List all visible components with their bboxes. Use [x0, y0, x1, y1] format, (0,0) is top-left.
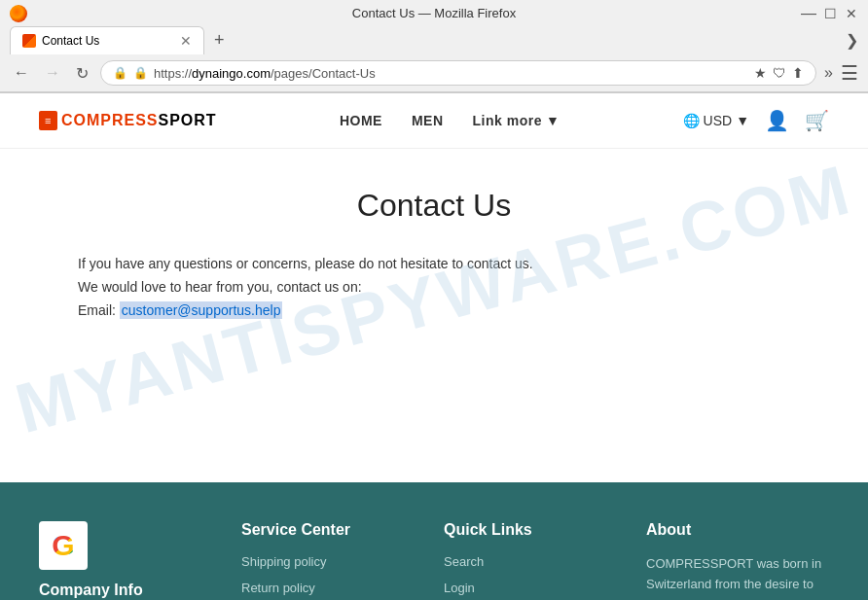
- close-button[interactable]: ✕: [845, 7, 858, 20]
- email-label: Email:: [78, 302, 116, 318]
- firefox-icon: [10, 5, 27, 22]
- currency-label: USD: [704, 113, 733, 128]
- header-actions: 🌐 USD ▼ 👤 🛒: [683, 109, 829, 132]
- url-path: /pages/Contact-Us: [271, 66, 376, 81]
- contact-body: If you have any questions or concerns, p…: [78, 253, 790, 322]
- shield-button[interactable]: 🛡: [773, 65, 786, 81]
- tabs-bar: Contact Us ✕ + ❯: [0, 26, 868, 54]
- logo-icon: ≡: [39, 111, 57, 130]
- chevron-down-icon: ▼: [546, 113, 560, 128]
- maximize-button[interactable]: ☐: [823, 7, 837, 20]
- main-content: Contact Us If you have any questions or …: [0, 149, 868, 361]
- logo-rest: SPORT: [159, 112, 217, 128]
- logo-highlight: COMPRESS: [61, 112, 159, 128]
- contact-email-line: Email: customer@supportus.help: [78, 300, 790, 323]
- window-title: Contact Us — Mozilla Firefox: [352, 6, 516, 20]
- url-display: https://dynaingo.com/pages/Contact-Us: [154, 66, 748, 81]
- site-header: ≡ COMPRESSSPORT HOME MEN Link more ▼ 🌐 U…: [0, 93, 868, 149]
- site-nav: HOME MEN Link more ▼: [340, 113, 560, 128]
- dropdown-arrow: ▼: [736, 113, 749, 128]
- contact-text-2: We would love to hear from you, contact …: [78, 279, 362, 295]
- footer-link-shipping[interactable]: Shipping policy: [241, 554, 424, 569]
- footer-about-heading: About: [646, 521, 829, 539]
- logo-text: COMPRESSSPORT: [61, 112, 217, 129]
- logo-area: ≡ COMPRESSSPORT: [39, 111, 217, 130]
- window-buttons: — ☐ ✕: [802, 7, 858, 20]
- security-icon: 🔒: [113, 66, 127, 80]
- language-selector[interactable]: 🌐 USD ▼: [683, 113, 749, 128]
- contact-line2: We would love to hear from you, contact …: [78, 276, 790, 300]
- footer-quick-heading: Quick Links: [444, 521, 627, 539]
- minimize-button[interactable]: —: [802, 7, 815, 20]
- browser-chrome: Contact Us — Mozilla Firefox — ☐ ✕ Conta…: [0, 0, 868, 93]
- reload-button[interactable]: ↻: [72, 62, 92, 85]
- nav-home[interactable]: HOME: [340, 113, 382, 128]
- footer-service-col: Service Center Shipping policy Return po…: [241, 521, 424, 600]
- google-badge: G: [39, 521, 88, 570]
- page-content: ≡ COMPRESSSPORT HOME MEN Link more ▼ 🌐 U…: [0, 93, 868, 482]
- nav-men[interactable]: MEN: [412, 113, 444, 128]
- new-tab-button[interactable]: +: [208, 30, 231, 51]
- footer-company-col: G Company Info About Us Contact Us Custo…: [39, 521, 222, 600]
- navigation-bar: ← → ↻ 🔒 🔒 https://dynaingo.com/pages/Con…: [0, 54, 868, 92]
- forward-button[interactable]: →: [41, 62, 64, 84]
- email-link[interactable]: customer@supportus.help: [120, 301, 283, 319]
- active-tab[interactable]: Contact Us ✕: [10, 26, 204, 54]
- url-domain: dynaingo.com: [192, 66, 271, 81]
- contact-text-1: If you have any questions or concerns, p…: [78, 256, 533, 271]
- tab-favicon: [22, 34, 36, 48]
- footer-link-return[interactable]: Return policy: [241, 581, 424, 595]
- tab-overflow-button[interactable]: ❯: [846, 31, 858, 50]
- share-button[interactable]: ⬆: [792, 65, 804, 81]
- tab-label: Contact Us: [42, 34, 174, 48]
- extensions-button[interactable]: »: [824, 64, 833, 82]
- title-bar: Contact Us — Mozilla Firefox — ☐ ✕: [0, 0, 868, 26]
- nav-more[interactable]: Link more ▼: [473, 113, 561, 128]
- tab-close-button[interactable]: ✕: [180, 33, 192, 49]
- address-bar[interactable]: 🔒 🔒 https://dynaingo.com/pages/Contact-U…: [100, 60, 816, 86]
- footer-link-login[interactable]: Login: [444, 581, 627, 595]
- site-footer: G Company Info About Us Contact Us Custo…: [0, 482, 868, 600]
- footer-company-heading: Company Info: [39, 582, 222, 599]
- footer-quick-col: Quick Links Search Login Register Tracki…: [444, 521, 627, 600]
- footer-link-search[interactable]: Search: [444, 554, 627, 569]
- cart-button[interactable]: 🛒: [805, 109, 829, 132]
- page-wrapper: MYANTISPYWARE.COM ≡ COMPRESSSPORT HOME M…: [0, 93, 868, 600]
- lock-icon: 🔒: [133, 66, 148, 80]
- footer-about-text: COMPRESSPORT was born in Switzerland fro…: [646, 554, 829, 600]
- footer-about-col: About COMPRESSPORT was born in Switzerla…: [646, 521, 829, 600]
- menu-button[interactable]: ☰: [841, 61, 858, 85]
- url-scheme: https://: [154, 66, 192, 81]
- globe-icon: 🌐: [683, 113, 700, 128]
- window-controls: [10, 5, 27, 22]
- bookmark-button[interactable]: ★: [754, 65, 767, 81]
- contact-line1: If you have any questions or concerns, p…: [78, 253, 790, 276]
- back-button[interactable]: ←: [10, 62, 33, 84]
- account-button[interactable]: 👤: [765, 109, 789, 132]
- google-g-icon: G: [52, 529, 74, 562]
- footer-grid: G Company Info About Us Contact Us Custo…: [39, 521, 829, 600]
- footer-service-heading: Service Center: [241, 521, 424, 539]
- page-title: Contact Us: [78, 188, 790, 224]
